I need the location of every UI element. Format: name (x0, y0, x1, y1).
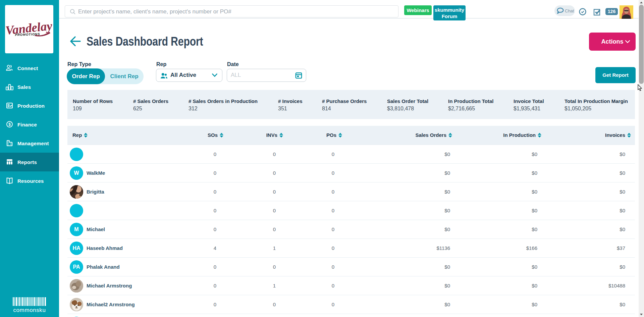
svg-text:$: $ (8, 122, 11, 127)
